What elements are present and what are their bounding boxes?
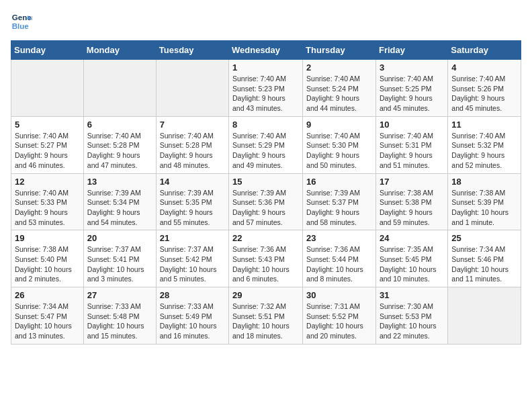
day-number: 25: [451, 233, 517, 243]
calendar-cell: 22Sunrise: 7:36 AM Sunset: 5:43 PM Dayli…: [229, 230, 303, 287]
calendar-cell: 7Sunrise: 7:40 AM Sunset: 5:28 PM Daylig…: [156, 116, 228, 173]
calendar-cell: [83, 60, 156, 117]
day-number: 15: [232, 177, 299, 187]
day-number: 1: [232, 62, 299, 73]
day-info: Sunrise: 7:40 AM Sunset: 5:33 PM Dayligh…: [15, 188, 80, 228]
day-number: 23: [306, 233, 372, 243]
day-info: Sunrise: 7:36 AM Sunset: 5:44 PM Dayligh…: [306, 244, 372, 284]
day-info: Sunrise: 7:33 AM Sunset: 5:49 PM Dayligh…: [160, 302, 225, 341]
calendar-cell: 24Sunrise: 7:35 AM Sunset: 5:45 PM Dayli…: [375, 230, 447, 287]
header-day-sunday: Sunday: [11, 41, 84, 60]
day-number: 9: [306, 120, 372, 130]
day-info: Sunrise: 7:40 AM Sunset: 5:25 PM Dayligh…: [380, 74, 444, 113]
calendar-cell: 13Sunrise: 7:39 AM Sunset: 5:34 PM Dayli…: [83, 173, 156, 230]
day-number: 17: [380, 177, 444, 187]
calendar-cell: 4Sunrise: 7:40 AM Sunset: 5:26 PM Daylig…: [448, 60, 521, 117]
day-info: Sunrise: 7:37 AM Sunset: 5:42 PM Dayligh…: [160, 244, 225, 284]
svg-text:Blue: Blue: [12, 22, 30, 30]
calendar-week-4: 19Sunrise: 7:38 AM Sunset: 5:40 PM Dayli…: [11, 230, 521, 287]
day-number: 26: [15, 290, 80, 300]
calendar-cell: 2Sunrise: 7:40 AM Sunset: 5:24 PM Daylig…: [303, 60, 376, 117]
day-number: 30: [306, 290, 372, 300]
day-number: 4: [451, 62, 517, 73]
calendar-week-5: 26Sunrise: 7:34 AM Sunset: 5:47 PM Dayli…: [11, 287, 521, 345]
day-info: Sunrise: 7:36 AM Sunset: 5:43 PM Dayligh…: [232, 244, 299, 284]
header-day-saturday: Saturday: [448, 41, 521, 60]
day-info: Sunrise: 7:40 AM Sunset: 5:27 PM Dayligh…: [15, 131, 80, 171]
page-header: General Blue: [11, 11, 521, 32]
day-number: 8: [232, 120, 299, 130]
day-info: Sunrise: 7:38 AM Sunset: 5:39 PM Dayligh…: [451, 188, 517, 228]
day-info: Sunrise: 7:40 AM Sunset: 5:29 PM Dayligh…: [232, 131, 299, 171]
calendar-cell: 23Sunrise: 7:36 AM Sunset: 5:44 PM Dayli…: [303, 230, 376, 287]
day-number: 12: [15, 177, 80, 187]
calendar-cell: 25Sunrise: 7:34 AM Sunset: 5:46 PM Dayli…: [448, 230, 521, 287]
day-info: Sunrise: 7:34 AM Sunset: 5:46 PM Dayligh…: [451, 244, 517, 284]
day-number: 24: [380, 233, 444, 243]
day-info: Sunrise: 7:37 AM Sunset: 5:41 PM Dayligh…: [87, 244, 152, 284]
calendar-cell: 16Sunrise: 7:39 AM Sunset: 5:37 PM Dayli…: [303, 173, 376, 230]
day-number: 2: [306, 62, 372, 73]
day-number: 5: [15, 120, 80, 130]
calendar-cell: 10Sunrise: 7:40 AM Sunset: 5:31 PM Dayli…: [375, 116, 447, 173]
day-number: 19: [15, 233, 80, 243]
calendar-cell: 9Sunrise: 7:40 AM Sunset: 5:30 PM Daylig…: [303, 116, 376, 173]
day-info: Sunrise: 7:39 AM Sunset: 5:35 PM Dayligh…: [160, 188, 225, 228]
calendar-cell: 8Sunrise: 7:40 AM Sunset: 5:29 PM Daylig…: [229, 116, 303, 173]
day-info: Sunrise: 7:38 AM Sunset: 5:40 PM Dayligh…: [15, 244, 80, 284]
day-number: 7: [160, 120, 225, 130]
day-number: 22: [232, 233, 299, 243]
day-number: 16: [306, 177, 372, 187]
day-info: Sunrise: 7:32 AM Sunset: 5:51 PM Dayligh…: [232, 302, 299, 341]
calendar-cell: 6Sunrise: 7:40 AM Sunset: 5:28 PM Daylig…: [83, 116, 156, 173]
calendar-cell: 5Sunrise: 7:40 AM Sunset: 5:27 PM Daylig…: [11, 116, 84, 173]
day-info: Sunrise: 7:39 AM Sunset: 5:36 PM Dayligh…: [232, 188, 299, 228]
day-info: Sunrise: 7:31 AM Sunset: 5:52 PM Dayligh…: [306, 302, 372, 341]
logo: General Blue: [11, 11, 35, 32]
day-number: 21: [160, 233, 225, 243]
calendar-week-2: 5Sunrise: 7:40 AM Sunset: 5:27 PM Daylig…: [11, 116, 521, 173]
day-info: Sunrise: 7:33 AM Sunset: 5:48 PM Dayligh…: [87, 302, 152, 341]
day-number: 14: [160, 177, 225, 187]
calendar-cell: 21Sunrise: 7:37 AM Sunset: 5:42 PM Dayli…: [156, 230, 228, 287]
calendar-table: SundayMondayTuesdayWednesdayThursdayFrid…: [11, 40, 521, 345]
day-number: 20: [87, 233, 152, 243]
day-number: 11: [451, 120, 517, 130]
header-day-monday: Monday: [83, 41, 156, 60]
calendar-cell: 15Sunrise: 7:39 AM Sunset: 5:36 PM Dayli…: [229, 173, 303, 230]
calendar-week-3: 12Sunrise: 7:40 AM Sunset: 5:33 PM Dayli…: [11, 173, 521, 230]
day-number: 27: [87, 290, 152, 300]
day-number: 10: [380, 120, 444, 130]
day-info: Sunrise: 7:40 AM Sunset: 5:28 PM Dayligh…: [160, 131, 225, 171]
calendar-cell: 31Sunrise: 7:30 AM Sunset: 5:53 PM Dayli…: [375, 287, 447, 345]
day-number: 29: [232, 290, 299, 300]
calendar-cell: 27Sunrise: 7:33 AM Sunset: 5:48 PM Dayli…: [83, 287, 156, 345]
day-info: Sunrise: 7:40 AM Sunset: 5:26 PM Dayligh…: [451, 74, 517, 113]
calendar-cell: [11, 60, 84, 117]
day-number: 3: [380, 62, 444, 73]
day-number: 28: [160, 290, 225, 300]
day-info: Sunrise: 7:38 AM Sunset: 5:38 PM Dayligh…: [380, 188, 444, 228]
calendar-cell: [156, 60, 228, 117]
calendar-cell: 3Sunrise: 7:40 AM Sunset: 5:25 PM Daylig…: [375, 60, 447, 117]
day-info: Sunrise: 7:40 AM Sunset: 5:24 PM Dayligh…: [306, 74, 372, 113]
calendar-cell: 26Sunrise: 7:34 AM Sunset: 5:47 PM Dayli…: [11, 287, 84, 345]
header-day-thursday: Thursday: [303, 41, 376, 60]
logo-icon: General Blue: [11, 11, 32, 32]
day-number: 31: [380, 290, 444, 300]
day-number: 13: [87, 177, 152, 187]
calendar-cell: [448, 287, 521, 345]
calendar-cell: 14Sunrise: 7:39 AM Sunset: 5:35 PM Dayli…: [156, 173, 228, 230]
day-info: Sunrise: 7:40 AM Sunset: 5:32 PM Dayligh…: [451, 131, 517, 171]
day-info: Sunrise: 7:40 AM Sunset: 5:23 PM Dayligh…: [232, 74, 299, 113]
day-info: Sunrise: 7:39 AM Sunset: 5:37 PM Dayligh…: [306, 188, 372, 228]
calendar-cell: 28Sunrise: 7:33 AM Sunset: 5:49 PM Dayli…: [156, 287, 228, 345]
day-info: Sunrise: 7:40 AM Sunset: 5:30 PM Dayligh…: [306, 131, 372, 171]
calendar-cell: 29Sunrise: 7:32 AM Sunset: 5:51 PM Dayli…: [229, 287, 303, 345]
day-number: 18: [451, 177, 517, 187]
calendar-cell: 18Sunrise: 7:38 AM Sunset: 5:39 PM Dayli…: [448, 173, 521, 230]
day-info: Sunrise: 7:40 AM Sunset: 5:31 PM Dayligh…: [380, 131, 444, 171]
calendar-cell: 20Sunrise: 7:37 AM Sunset: 5:41 PM Dayli…: [83, 230, 156, 287]
day-info: Sunrise: 7:40 AM Sunset: 5:28 PM Dayligh…: [87, 131, 152, 171]
calendar-week-1: 1Sunrise: 7:40 AM Sunset: 5:23 PM Daylig…: [11, 60, 521, 117]
